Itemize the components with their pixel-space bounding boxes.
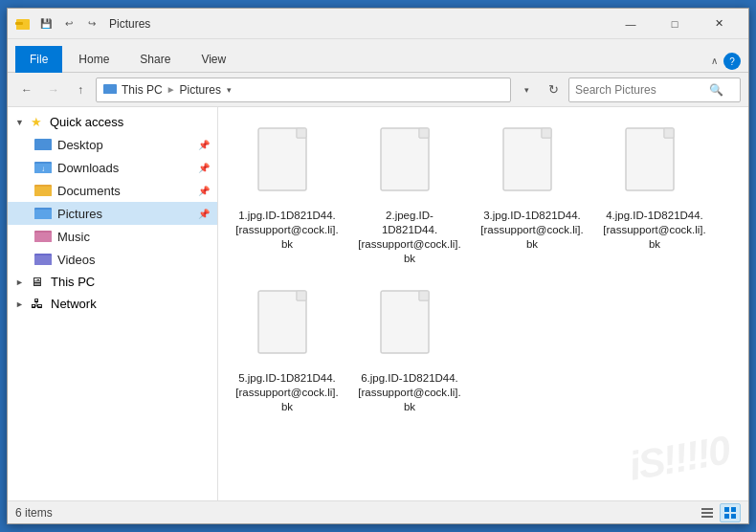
detail-view-btn[interactable] [697,503,718,522]
file-item-4[interactable]: 4.jpg.ID-1D821D44.[rassupport@cock.li].b… [597,119,712,274]
close-button[interactable]: ✕ [697,9,741,39]
sidebar-item-videos[interactable]: Videos [8,248,217,271]
undo-qat-btn[interactable]: ↩ [59,14,78,33]
sidebar-item-pictures[interactable]: Pictures 📌 [8,202,217,225]
file-item-1[interactable]: 1.jpg.ID-1D821D44.[rassupport@cock.li].b… [230,119,345,274]
search-input[interactable] [575,83,709,97]
sidebar-header-this-pc[interactable]: ► 🖥 This PC [8,271,217,293]
svg-rect-36 [701,508,713,510]
window-icon [15,16,31,32]
svg-rect-15 [34,233,52,242]
sidebar-label-downloads: Downloads [57,161,119,175]
svg-rect-38 [701,516,713,518]
back-button[interactable]: ← [15,78,38,101]
svg-rect-37 [701,512,713,514]
chevron-right-icon-pc: ► [15,277,27,287]
explorer-window: 💾 ↩ ↪ Pictures — □ ✕ File Home Share Vie… [7,8,749,524]
sidebar-section-this-pc: ► 🖥 This PC [8,271,217,293]
file-area: 1.jpg.ID-1D821D44.[rassupport@cock.li].b… [218,107,748,500]
file-name-3: 3.jpg.ID-1D821D44.[rassupport@cock.li].b… [480,209,584,252]
address-bar: ← → ↑ This PC ► Pictures ▾ ▾ ↻ 🔍 [8,73,748,107]
file-icon-2 [376,126,443,203]
tab-share[interactable]: Share [125,46,185,73]
music-folder-icon [34,228,52,245]
ribbon-tabs: File Home Share View ∧ ? [8,39,748,72]
file-item-5[interactable]: 5.jpg.ID-1D821D44.[rassupport@cock.li].b… [230,281,345,422]
svg-rect-4 [103,86,117,94]
search-icon: 🔍 [709,83,723,97]
sidebar: ▼ ★ Quick access Desktop 📌 ↓ Downloads [8,107,218,500]
sidebar-item-downloads[interactable]: ↓ Downloads 📌 [8,156,217,179]
pictures-folder-icon [34,205,52,222]
sidebar-item-music[interactable]: Music [8,225,217,248]
quick-access-toolbar: 💾 ↩ ↪ [36,14,101,33]
main-content: ▼ ★ Quick access Desktop 📌 ↓ Downloads [8,107,748,500]
svg-rect-20 [297,128,306,138]
svg-rect-26 [542,128,551,138]
file-name-5: 5.jpg.ID-1D821D44.[rassupport@cock.li].b… [235,371,339,414]
file-item-6[interactable]: 6.jpg.ID-1D821D44.[rassupport@cock.li].b… [352,281,467,422]
refresh-button[interactable]: ↻ [542,78,565,101]
dropdown-recent-icon[interactable]: ▾ [515,78,538,101]
redo-qat-btn[interactable]: ↪ [82,14,101,33]
sidebar-header-network[interactable]: ► 🖧 Network [8,293,217,315]
forward-button[interactable]: → [42,78,65,101]
file-icon-4 [621,126,688,203]
file-icon-6 [376,289,443,366]
svg-text:↓: ↓ [41,165,45,173]
sidebar-label-quick-access: Quick access [50,115,123,129]
sidebar-section-quick-access: ▼ ★ Quick access Desktop 📌 ↓ Downloads [8,111,217,271]
search-box[interactable]: 🔍 [568,78,741,102]
breadcrumb-thispc: This PC [122,83,163,97]
sidebar-label-this-pc: This PC [51,275,95,289]
svg-rect-29 [664,128,674,138]
documents-folder-icon [34,182,52,199]
sidebar-label-pictures: Pictures [57,207,102,221]
desktop-folder-icon [34,136,52,153]
file-icon-5 [254,289,321,366]
svg-rect-39 [724,507,729,512]
tab-view[interactable]: View [187,46,240,73]
star-icon: ★ [31,115,42,129]
chevron-down-icon: ▼ [15,118,27,127]
chevron-right-icon-network: ► [15,299,27,309]
sidebar-item-documents[interactable]: Documents 📌 [8,179,217,202]
tab-file[interactable]: File [15,46,62,73]
view-controls [697,503,741,522]
breadcrumb-icon [102,80,118,99]
pin-icon: 📌 [198,140,210,150]
svg-rect-2 [15,22,23,25]
svg-rect-11 [34,187,52,196]
sidebar-section-network: ► 🖧 Network [8,293,217,315]
videos-folder-icon [34,251,52,268]
downloads-folder-icon: ↓ [34,159,52,176]
breadcrumb-dropdown-icon[interactable]: ▾ [227,85,232,95]
help-btn[interactable]: ? [723,53,741,70]
svg-rect-42 [731,514,736,519]
status-bar: 6 items [8,500,748,523]
window-title: Pictures [109,17,609,31]
ribbon: File Home Share View ∧ ? [8,39,748,73]
pin-icon-documents: 📌 [198,186,210,196]
sidebar-item-desktop[interactable]: Desktop 📌 [8,133,217,156]
sidebar-label-network: Network [51,297,97,311]
save-qat-btn[interactable]: 💾 [36,14,56,33]
pin-icon-downloads: 📌 [198,163,210,173]
network-icon: 🖧 [31,297,43,311]
pin-icon-pictures: 📌 [198,209,210,219]
up-button[interactable]: ↑ [69,78,92,101]
tab-home[interactable]: Home [64,46,123,73]
svg-rect-41 [724,514,729,519]
sidebar-header-quick-access[interactable]: ▼ ★ Quick access [8,111,217,133]
file-icon-1 [254,126,321,203]
minimize-button[interactable]: — [609,9,653,39]
ribbon-collapse-btn[interactable]: ∧ [704,51,723,70]
breadcrumb-pictures: Pictures [180,83,221,97]
file-name-6: 6.jpg.ID-1D821D44.[rassupport@cock.li].b… [358,371,461,414]
file-item-3[interactable]: 3.jpg.ID-1D821D44.[rassupport@cock.li].b… [475,119,589,274]
maximize-button[interactable]: □ [653,9,697,39]
svg-rect-17 [34,255,52,265]
icon-view-btn[interactable] [720,503,741,522]
file-item-2[interactable]: 2.jpeg.ID-1D821D44.[rassupport@cock.li].… [352,119,467,274]
breadcrumb[interactable]: This PC ► Pictures ▾ [96,78,511,102]
